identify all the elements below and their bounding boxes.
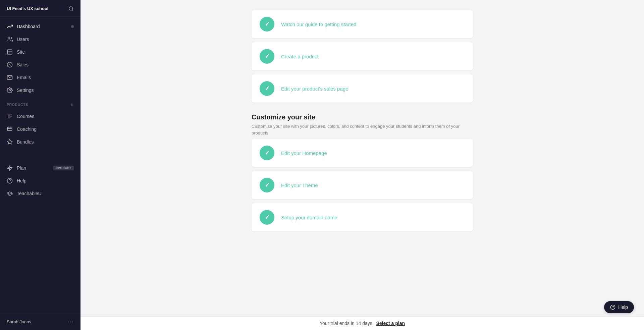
task-check-setup-domain: ✓ xyxy=(260,210,274,225)
help-icon xyxy=(7,178,13,184)
task-label-watch-guide: Watch our guide to getting started xyxy=(281,21,357,27)
sidebar-item-dashboard[interactable]: Dashboard xyxy=(0,20,80,33)
svg-point-0 xyxy=(69,7,73,10)
task-check-edit-homepage: ✓ xyxy=(260,146,274,160)
task-check-create-product: ✓ xyxy=(260,49,274,64)
dashboard-label: Dashboard xyxy=(17,24,40,29)
task-edit-homepage[interactable]: ✓ Edit your Homepage xyxy=(252,139,473,167)
sidebar-header: UI Feed's UX school xyxy=(0,0,80,17)
sidebar-logo: UI Feed's UX school xyxy=(7,6,48,12)
task-label-edit-theme: Edit your Theme xyxy=(281,182,318,188)
sidebar-item-teachableu[interactable]: TeachableU xyxy=(0,187,80,200)
task-check-edit-sales-page: ✓ xyxy=(260,81,274,96)
task-label-setup-domain: Setup your domain name xyxy=(281,215,337,220)
help-fab-button[interactable]: Help xyxy=(604,301,634,313)
sidebar-nav: Dashboard Users Site xyxy=(0,17,80,313)
plan-label: Plan xyxy=(17,165,26,171)
products-section-label: PRODUCTS + xyxy=(0,97,80,110)
customize-section-heading: Customize your site Customize your site … xyxy=(252,113,473,136)
settings-icon xyxy=(7,87,13,93)
task-edit-sales-page[interactable]: ✓ Edit your product's sales page xyxy=(252,74,473,103)
task-check-edit-theme: ✓ xyxy=(260,178,274,192)
main-content: ✓ Watch our guide to getting started ✓ C… xyxy=(80,0,644,330)
customize-title: Customize your site xyxy=(252,113,473,121)
task-edit-theme[interactable]: ✓ Edit your Theme xyxy=(252,171,473,199)
svg-marker-17 xyxy=(7,139,12,144)
sales-label: Sales xyxy=(17,62,29,67)
courses-icon xyxy=(7,113,13,119)
add-product-icon[interactable]: + xyxy=(70,102,74,108)
teachableu-icon xyxy=(7,190,13,197)
sales-icon xyxy=(7,62,13,68)
sidebar-item-sales[interactable]: Sales xyxy=(0,58,80,71)
dashboard-badge xyxy=(71,25,74,28)
sidebar-user: Sarah Jonas xyxy=(7,319,31,324)
upgrade-badge: UPGRADE xyxy=(53,166,74,170)
trial-bar: Your trial ends in 14 days. Select a pla… xyxy=(80,316,644,330)
trend-icon xyxy=(7,23,13,30)
task-setup-domain[interactable]: ✓ Setup your domain name xyxy=(252,203,473,231)
svg-marker-18 xyxy=(7,165,12,170)
svg-point-2 xyxy=(8,37,10,39)
task-label-edit-sales-page: Edit your product's sales page xyxy=(281,86,348,92)
sidebar-item-settings[interactable]: Settings xyxy=(0,84,80,97)
coaching-label: Coaching xyxy=(17,126,37,132)
task-watch-guide[interactable]: ✓ Watch our guide to getting started xyxy=(252,10,473,38)
more-options-icon[interactable]: ⋯ xyxy=(68,318,74,325)
teachableu-label: TeachableU xyxy=(17,191,42,196)
sidebar-item-emails[interactable]: Emails xyxy=(0,71,80,84)
users-label: Users xyxy=(17,37,29,42)
task-check-watch-guide: ✓ xyxy=(260,17,274,32)
help-fab-label: Help xyxy=(618,305,628,310)
bundles-icon xyxy=(7,139,13,145)
help-label: Help xyxy=(17,178,26,183)
sidebar-item-coaching[interactable]: Coaching xyxy=(0,123,80,135)
sidebar-item-users[interactable]: Users xyxy=(0,33,80,46)
emails-icon xyxy=(7,74,13,80)
svg-point-8 xyxy=(9,90,11,91)
sidebar-item-courses[interactable]: Courses xyxy=(0,110,80,123)
task-label-edit-homepage: Edit your Homepage xyxy=(281,150,327,156)
sidebar: UI Feed's UX school Dashboard xyxy=(0,0,80,330)
settings-label: Settings xyxy=(17,88,34,93)
bundles-label: Bundles xyxy=(17,139,34,145)
plan-icon xyxy=(7,165,13,171)
emails-label: Emails xyxy=(17,75,31,80)
help-fab-icon xyxy=(610,305,615,310)
site-label: Site xyxy=(17,49,25,55)
sidebar-item-bundles[interactable]: Bundles xyxy=(0,135,80,148)
sidebar-item-help[interactable]: Help xyxy=(0,174,80,187)
sidebar-item-site[interactable]: Site xyxy=(0,46,80,58)
task-label-create-product: Create a product xyxy=(281,54,319,59)
coaching-icon xyxy=(7,126,13,132)
task-create-product[interactable]: ✓ Create a product xyxy=(252,42,473,70)
trial-text: Your trial ends in 14 days. xyxy=(320,321,374,326)
svg-line-1 xyxy=(72,10,73,11)
customize-description: Customize your site with your pictures, … xyxy=(252,123,473,136)
search-icon[interactable] xyxy=(68,6,74,11)
select-plan-link[interactable]: Select a plan xyxy=(376,321,405,326)
courses-label: Courses xyxy=(17,114,34,119)
users-icon xyxy=(7,36,13,42)
site-icon xyxy=(7,49,13,55)
svg-rect-3 xyxy=(7,50,12,54)
sidebar-item-plan[interactable]: Plan UPGRADE xyxy=(0,162,80,174)
sidebar-footer: Sarah Jonas ⋯ xyxy=(0,313,80,330)
